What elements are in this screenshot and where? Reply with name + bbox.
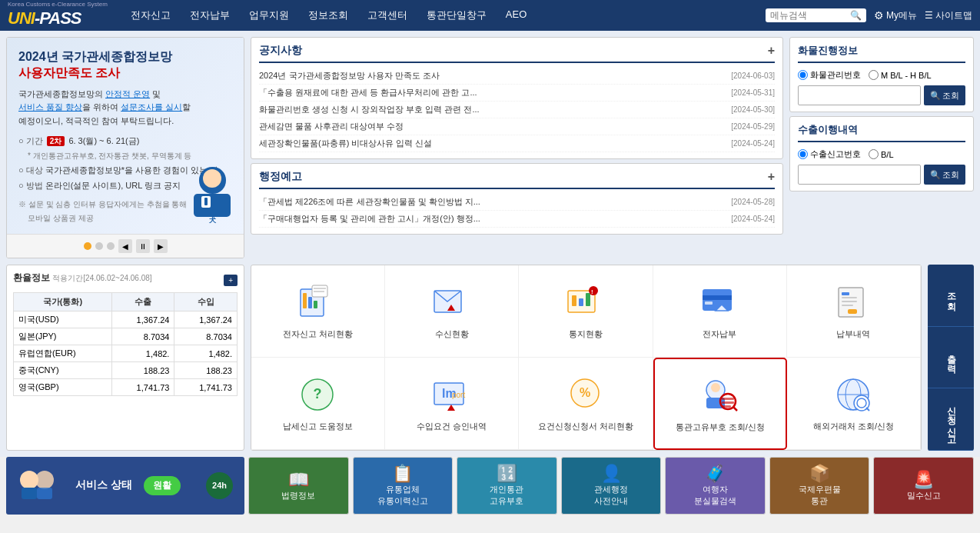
banner-next-btn[interactable]: ▶ bbox=[154, 239, 168, 253]
nav-item-enabu[interactable]: 전자납부 bbox=[190, 8, 230, 22]
notice-item-3: 화물관리번호 생성 신청 시 장외작업장 부호 입력 관련 전... [2024… bbox=[259, 102, 775, 118]
quick-item-reqproc[interactable]: % 요건신청신청서 처리현황 bbox=[519, 358, 653, 450]
banner-dot-1[interactable] bbox=[84, 242, 91, 250]
quick-icon-taxhelp: ? bbox=[297, 374, 339, 416]
quick-item-receive[interactable]: 수신현황 bbox=[385, 265, 519, 358]
bottom-link-smuggling[interactable]: 🚨 밀수신고 bbox=[873, 457, 974, 515]
gear-icon: ⚙ bbox=[874, 9, 884, 22]
service-status: 서비스 상태 원활 24h bbox=[6, 457, 244, 515]
banner-dot-3[interactable] bbox=[107, 242, 115, 250]
svg-rect-18 bbox=[586, 293, 590, 306]
cargo-search-input[interactable] bbox=[798, 85, 921, 105]
cargo-radio-2[interactable]: M B/L - H B/L bbox=[869, 69, 932, 81]
nav-item-info[interactable]: 정보조회 bbox=[308, 8, 348, 22]
header-search-input[interactable] bbox=[770, 10, 847, 21]
right-side-panel: 조회 출력 신청·신고 bbox=[928, 265, 974, 451]
exchange-add-btn[interactable]: + bbox=[224, 275, 238, 286]
banner-character: 犬 bbox=[188, 167, 238, 231]
bottom-link-personal-icon: 🔢 bbox=[497, 464, 517, 484]
header-search-box[interactable]: 🔍 bbox=[766, 8, 866, 22]
admin-notice-plus-btn[interactable]: + bbox=[768, 170, 775, 184]
notice-date-1: [2024-06-03] bbox=[713, 72, 775, 80]
quick-icon-notify: ! bbox=[564, 281, 606, 324]
quick-item-notify[interactable]: ! 통지현황 bbox=[519, 265, 653, 358]
quick-label-esingo: 전자신고 처리현황 bbox=[283, 328, 353, 340]
quick-item-customs-code[interactable]: 통관고유부호 조회/신청 bbox=[653, 358, 787, 450]
export-info-title: 수출이행내역 bbox=[798, 123, 965, 142]
banner-dots: ◀ ⏸ ▶ bbox=[7, 234, 244, 258]
notice-plus-btn[interactable]: + bbox=[768, 44, 775, 58]
notice-link-1[interactable]: 2024년 국가관세종합정보망 사용자 만족도 조사 bbox=[259, 70, 713, 82]
admin-notice-date-1: [2024-05-28] bbox=[713, 198, 775, 206]
nav-item-business[interactable]: 업무지원 bbox=[249, 8, 289, 22]
bottom-link-law[interactable]: 📖 법령정보 bbox=[248, 457, 349, 515]
quick-item-import[interactable]: Im port 수입요건 승인내역 bbox=[385, 358, 519, 450]
search-icon[interactable]: 🔍 bbox=[850, 10, 862, 21]
exchange-usd-export: 1,367.24 bbox=[111, 311, 174, 328]
quick-item-paid[interactable]: 납부내역 bbox=[787, 265, 921, 358]
admin-notice-link-2[interactable]: 「구매대행업자 등록 및 관리에 관한 고시」개정(안) 행정... bbox=[259, 213, 713, 225]
notice-link-3[interactable]: 화물관리번호 생성 신청 시 장외작업장 부호 입력 관련 전... bbox=[259, 104, 713, 115]
banner-inner: 2024년 국가관세종합정보망 사용자만족도 조사 국가관세종합정보망의 안정적… bbox=[7, 38, 244, 234]
left-banner: 2024년 국가관세종합정보망 사용자만족도 조사 국가관세종합정보망의 안정적… bbox=[6, 37, 244, 258]
nav-item-esingo[interactable]: 전자신고 bbox=[131, 8, 171, 22]
nav-item-aeo[interactable]: AEO bbox=[506, 8, 527, 22]
bottom-link-distribution[interactable]: 📋 유통업체유통이력신고 bbox=[353, 457, 453, 515]
bottom-link-personal[interactable]: 🔢 개인통관고유부호 bbox=[457, 457, 557, 515]
export-radio-input-2[interactable] bbox=[869, 149, 879, 159]
nav-item-customer[interactable]: 고객센터 bbox=[367, 8, 407, 22]
quick-label-notify: 통지현황 bbox=[569, 328, 603, 340]
svg-rect-44 bbox=[722, 398, 734, 400]
cargo-radio-input-1[interactable] bbox=[798, 70, 808, 80]
export-radio-2[interactable]: B/L bbox=[869, 148, 894, 160]
banner-pause-btn[interactable]: ⏸ bbox=[136, 239, 150, 253]
side-btn-lookup[interactable]: 조회 bbox=[928, 265, 974, 327]
quick-item-taxhelp[interactable]: ? 납세신고 도움정보 bbox=[251, 358, 385, 450]
banner-link3[interactable]: 설문조사를 실시 bbox=[121, 102, 182, 112]
nav-item-single[interactable]: 통관단일창구 bbox=[427, 8, 487, 22]
banner-nav: ◀ ⏸ ▶ bbox=[118, 239, 168, 253]
export-radio-input-1[interactable] bbox=[798, 149, 808, 159]
bottom-link-postal[interactable]: 📦 국제우편물통관 bbox=[769, 457, 870, 515]
quick-label-reqproc: 요건신청신청서 처리현황 bbox=[538, 421, 633, 432]
sitemap-button[interactable]: ☰ 사이트맵 bbox=[925, 9, 972, 22]
notice-link-4[interactable]: 관세감면 물품 사후관리 대상여부 수정 bbox=[259, 121, 713, 132]
notice-link-2[interactable]: 「수출용 원재료에 대한 관세 등 환급사무처리에 관한 고... bbox=[259, 87, 713, 98]
export-radio-label-2: B/L bbox=[881, 150, 894, 159]
admin-notice-link-1[interactable]: 「관세법 제226조에 따른 세관장확인물품 및 확인방법 지... bbox=[259, 196, 713, 208]
cargo-radio-input-2[interactable] bbox=[869, 70, 879, 80]
cargo-radio-1[interactable]: 화물관리번호 bbox=[798, 69, 861, 81]
banner-link1[interactable]: 안정적 운영 bbox=[105, 89, 150, 98]
banner-prev-btn[interactable]: ◀ bbox=[118, 239, 132, 253]
side-btn-apply[interactable]: 신청·신고 bbox=[928, 388, 974, 451]
admin-notice-header: 행정예고 + bbox=[259, 170, 775, 189]
banner-dot-2[interactable] bbox=[95, 242, 103, 250]
banner-link2[interactable]: 서비스 품질 향상 bbox=[18, 102, 82, 112]
bottom-link-customs-guide[interactable]: 👤 관세행정사전안내 bbox=[561, 457, 662, 515]
exchange-row-gbp: 영국(GBP) 1,741.73 1,741.73 bbox=[14, 379, 238, 396]
logo[interactable]: UNI-PASS bbox=[8, 8, 108, 28]
notice-date-5: [2024-05-24] bbox=[713, 139, 775, 148]
my-menu-button[interactable]: ⚙ My메뉴 bbox=[874, 9, 917, 22]
cargo-radio-label-1: 화물관리번호 bbox=[810, 69, 861, 81]
svg-rect-28 bbox=[842, 301, 857, 302]
notice-link-5[interactable]: 세관장확인물품(파충류) 비대상사유 입력 신설 bbox=[259, 138, 713, 149]
side-btn-print[interactable]: 출력 bbox=[928, 327, 974, 389]
bottom-link-traveler[interactable]: 🧳 여행자분실물검색 bbox=[665, 457, 766, 515]
export-search-btn[interactable]: 🔍 조회 bbox=[924, 165, 965, 185]
cargo-search-btn[interactable]: 🔍 조회 bbox=[924, 85, 965, 105]
bottom-link-postal-icon: 📦 bbox=[809, 464, 830, 484]
svg-rect-4 bbox=[204, 198, 208, 205]
admin-notice-date-2: [2024-05-24] bbox=[713, 215, 775, 223]
svg-line-52 bbox=[866, 408, 869, 411]
export-search-input[interactable] bbox=[798, 165, 921, 185]
quick-item-esingo[interactable]: 전자신고 처리현황 bbox=[251, 265, 385, 358]
quick-item-payment[interactable]: 전자납부 bbox=[653, 265, 787, 358]
svg-line-43 bbox=[733, 407, 737, 411]
svg-point-40 bbox=[711, 383, 720, 392]
svg-rect-27 bbox=[842, 297, 857, 298]
svg-marker-36 bbox=[447, 405, 455, 411]
export-radio-1[interactable]: 수출신고번호 bbox=[798, 148, 861, 160]
quick-item-overseas[interactable]: 해외거래처 조회/신청 bbox=[787, 358, 921, 450]
bottom-link-customs-guide-icon: 👤 bbox=[601, 464, 622, 484]
